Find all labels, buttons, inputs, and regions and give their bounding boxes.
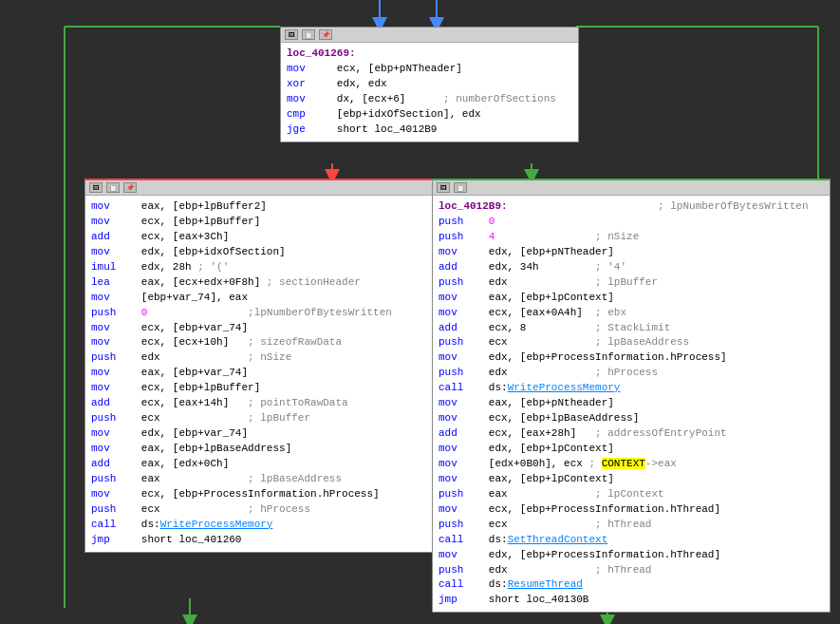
header-icon-3[interactable]: 📌 bbox=[319, 29, 332, 40]
left-header-icon-3[interactable]: 📌 bbox=[123, 182, 137, 193]
right-header-icon-1[interactable]: 🖼 bbox=[437, 182, 450, 193]
header-icon-1[interactable]: 🖼 bbox=[285, 29, 298, 40]
top-code-block: 🖼 📋 📌 loc_401269: mov ecx, [ebp+pNTheade… bbox=[280, 27, 579, 142]
top-block-header: 🖼 📋 📌 bbox=[281, 28, 578, 43]
left-block-code: mov eax, [ebp+lpBuffer2] mov ecx, [ebp+l… bbox=[85, 196, 439, 552]
right-code-block: 🖼 📋 loc_4012B9: ; lpNumberOfBytesWritten… bbox=[432, 179, 831, 613]
left-header-icon-2[interactable]: 📋 bbox=[106, 182, 120, 193]
graph-background: 🖼 📋 📌 loc_401269: mov ecx, [ebp+pNTheade… bbox=[0, 0, 840, 624]
right-header-icon-2[interactable]: 📋 bbox=[454, 182, 467, 193]
left-code-block: 🖼 📋 📌 mov eax, [ebp+lpBuffer2] mov ecx, … bbox=[84, 179, 440, 553]
header-icon-2[interactable]: 📋 bbox=[302, 29, 315, 40]
right-block-code: loc_4012B9: ; lpNumberOfBytesWritten pus… bbox=[433, 196, 830, 612]
left-block-header: 🖼 📋 📌 bbox=[85, 180, 439, 196]
top-block-code: loc_401269: mov ecx, [ebp+pNTheader] xor… bbox=[281, 43, 578, 142]
left-header-icon-1[interactable]: 🖼 bbox=[89, 182, 103, 193]
right-block-header: 🖼 📋 bbox=[433, 180, 830, 196]
